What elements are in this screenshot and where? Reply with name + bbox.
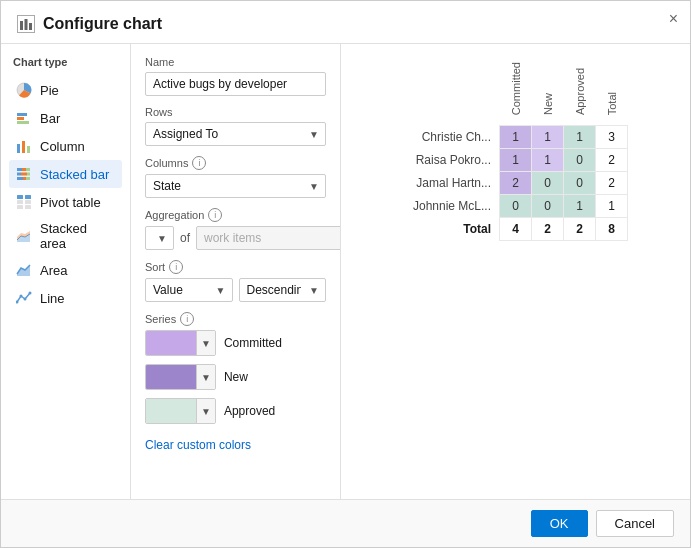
chart-type-line-label: Line bbox=[40, 291, 65, 306]
committed-color-button[interactable]: ▼ bbox=[145, 330, 216, 356]
chart-icon bbox=[17, 15, 35, 33]
table-row: Johnnie McL... 0 0 1 1 bbox=[403, 195, 628, 218]
columns-info-icon[interactable]: i bbox=[192, 156, 206, 170]
svg-rect-0 bbox=[20, 21, 23, 30]
name-label: Name bbox=[145, 56, 326, 68]
rows-select[interactable]: Assigned To bbox=[145, 122, 326, 146]
chart-type-label: Chart type bbox=[9, 56, 122, 68]
sort-label: Sort i bbox=[145, 260, 326, 274]
chart-type-pie[interactable]: Pie bbox=[9, 76, 122, 104]
sort-field-select[interactable]: Value bbox=[145, 278, 233, 302]
total-total: 8 bbox=[596, 218, 628, 241]
sort-info-icon[interactable]: i bbox=[169, 260, 183, 274]
clear-colors-link[interactable]: Clear custom colors bbox=[145, 438, 251, 452]
cell-christie-approved: 1 bbox=[564, 126, 596, 149]
series-label: Series i bbox=[145, 312, 326, 326]
rows-select-wrapper: Assigned To ▼ bbox=[145, 122, 326, 146]
cell-johnnie-new: 0 bbox=[532, 195, 564, 218]
configure-chart-dialog: Configure chart × Chart type Pie bbox=[0, 0, 691, 548]
cell-raisa-approved: 0 bbox=[564, 149, 596, 172]
col-header-new: New bbox=[532, 54, 564, 126]
sort-row: Value ▼ Descending ▼ bbox=[145, 278, 326, 302]
svg-rect-12 bbox=[26, 168, 30, 171]
approved-color-arrow: ▼ bbox=[196, 399, 215, 423]
row-label-raisa: Raisa Pokro... bbox=[403, 149, 500, 172]
columns-select[interactable]: State bbox=[145, 174, 326, 198]
svg-rect-8 bbox=[22, 141, 25, 153]
cell-christie-committed: 1 bbox=[500, 126, 532, 149]
svg-rect-15 bbox=[27, 173, 30, 176]
svg-rect-18 bbox=[26, 177, 30, 180]
stacked-area-chart-icon bbox=[15, 227, 33, 245]
cell-johnnie-approved: 1 bbox=[564, 195, 596, 218]
chart-type-pivot-label: Pivot table bbox=[40, 195, 101, 210]
committed-color-arrow: ▼ bbox=[196, 331, 215, 355]
ok-button[interactable]: OK bbox=[531, 510, 588, 537]
svg-rect-24 bbox=[25, 205, 31, 209]
svg-rect-21 bbox=[17, 200, 23, 204]
approved-series-label: Approved bbox=[224, 404, 275, 418]
svg-rect-17 bbox=[23, 177, 26, 180]
preview-panel: Committed New Approved Total bbox=[341, 44, 690, 499]
svg-point-30 bbox=[24, 298, 27, 301]
chart-type-stacked-area[interactable]: Stacked area bbox=[9, 216, 122, 256]
table-row: Jamal Hartn... 2 0 0 2 bbox=[403, 172, 628, 195]
bar-chart-icon bbox=[15, 109, 33, 127]
area-chart-icon bbox=[15, 261, 33, 279]
svg-rect-13 bbox=[17, 173, 21, 176]
total-committed: 4 bbox=[500, 218, 532, 241]
chart-type-area[interactable]: Area bbox=[9, 256, 122, 284]
col-header-committed: Committed bbox=[500, 54, 532, 126]
cell-raisa-committed: 1 bbox=[500, 149, 532, 172]
svg-rect-9 bbox=[27, 146, 30, 153]
sort-direction-select-wrapper: Descending ▼ bbox=[239, 278, 327, 302]
svg-point-31 bbox=[29, 292, 32, 295]
svg-rect-19 bbox=[17, 195, 23, 199]
aggregation-select[interactable]: Count bbox=[145, 226, 174, 250]
rows-label: Rows bbox=[145, 106, 326, 118]
committed-color-swatch bbox=[146, 331, 196, 355]
svg-rect-14 bbox=[21, 173, 27, 176]
column-chart-icon bbox=[15, 137, 33, 155]
close-button[interactable]: × bbox=[669, 11, 678, 27]
stacked-bar-chart-icon bbox=[15, 165, 33, 183]
chart-type-pivot-table[interactable]: Pivot table bbox=[9, 188, 122, 216]
series-info-icon[interactable]: i bbox=[180, 312, 194, 326]
cell-jamal-committed: 2 bbox=[500, 172, 532, 195]
total-row-label: Total bbox=[403, 218, 500, 241]
svg-rect-20 bbox=[25, 195, 31, 199]
svg-rect-2 bbox=[29, 23, 32, 30]
columns-label: Columns i bbox=[145, 156, 326, 170]
committed-series-label: Committed bbox=[224, 336, 282, 350]
chart-type-stacked-bar[interactable]: Stacked bar bbox=[9, 160, 122, 188]
series-item-approved: ▼ Approved bbox=[145, 398, 326, 424]
aggregation-info-icon[interactable]: i bbox=[208, 208, 222, 222]
aggregation-of-label: of bbox=[180, 231, 190, 245]
row-label-christie: Christie Ch... bbox=[403, 126, 500, 149]
row-label-johnnie: Johnnie McL... bbox=[403, 195, 500, 218]
approved-color-swatch bbox=[146, 399, 196, 423]
cell-christie-new: 1 bbox=[532, 126, 564, 149]
approved-color-button[interactable]: ▼ bbox=[145, 398, 216, 424]
chart-type-column[interactable]: Column bbox=[9, 132, 122, 160]
chart-type-line[interactable]: Line bbox=[9, 284, 122, 312]
chart-type-stacked-area-label: Stacked area bbox=[40, 221, 116, 251]
cancel-button[interactable]: Cancel bbox=[596, 510, 674, 537]
total-row: Total 4 2 2 8 bbox=[403, 218, 628, 241]
aggregation-label: Aggregation i bbox=[145, 208, 326, 222]
row-label-jamal: Jamal Hartn... bbox=[403, 172, 500, 195]
total-approved: 2 bbox=[564, 218, 596, 241]
svg-rect-7 bbox=[17, 144, 20, 153]
cell-johnnie-total: 1 bbox=[596, 195, 628, 218]
series-item-committed: ▼ Committed bbox=[145, 330, 326, 356]
table-row: Raisa Pokro... 1 1 0 2 bbox=[403, 149, 628, 172]
name-input[interactable] bbox=[145, 72, 326, 96]
new-color-button[interactable]: ▼ bbox=[145, 364, 216, 390]
sort-direction-select[interactable]: Descending bbox=[239, 278, 327, 302]
columns-select-wrapper: State ▼ bbox=[145, 174, 326, 198]
dialog-body: Chart type Pie bbox=[1, 44, 690, 499]
chart-type-bar[interactable]: Bar bbox=[9, 104, 122, 132]
series-item-new: ▼ New bbox=[145, 364, 326, 390]
config-panel: Name Rows Assigned To ▼ Columns i State … bbox=[131, 44, 341, 499]
table-row: Christie Ch... 1 1 1 3 bbox=[403, 126, 628, 149]
